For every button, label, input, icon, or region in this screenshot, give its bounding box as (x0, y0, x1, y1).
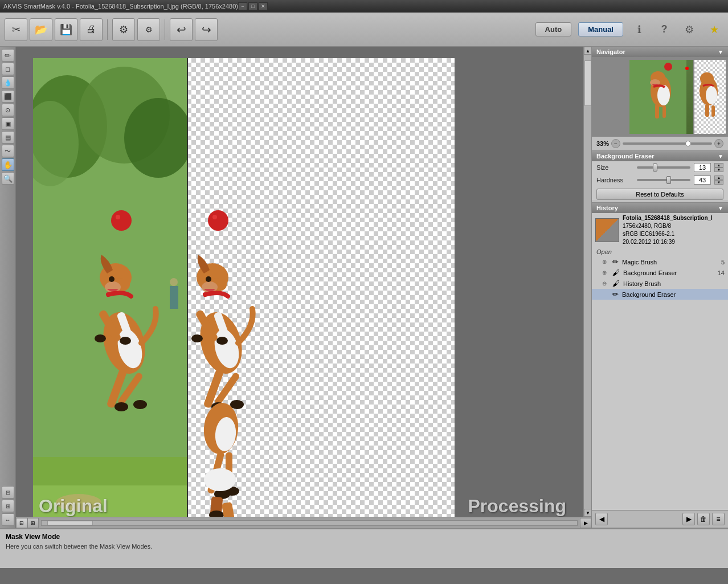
bg-eraser-arrow: ▼ (718, 153, 723, 160)
zoom-in-button[interactable]: + (714, 139, 723, 148)
scroll-up-button[interactable]: ▲ (584, 47, 591, 55)
history-list-button[interactable]: ≡ (712, 513, 725, 525)
navigator-header[interactable]: Navigator ▼ (592, 47, 728, 57)
canvas-scroll-area[interactable]: Original Processing (16, 47, 583, 517)
lasso-icon: ⊙ (5, 107, 10, 114)
canvas-split-divider[interactable] (187, 58, 188, 517)
size-label: Size (596, 164, 633, 171)
manual-mode-button[interactable]: Manual (578, 22, 623, 36)
hand-icon: ✋ (3, 161, 13, 169)
left-toolbar: ✏ ◻ 💧 ⬛ ⊙ ▣ ▤ 〜 ✋ 🔍 ⊟ ⊞ ↔ (0, 47, 16, 528)
gear-button[interactable]: ⚙ (680, 21, 698, 39)
navigator-zoom-bar: 33% − + (592, 137, 728, 150)
history-brush-row[interactable]: ⊖ 🖌 History Brush (592, 278, 728, 289)
svg-rect-60 (662, 105, 666, 118)
close-button[interactable]: ✕ (259, 2, 268, 10)
history-file-item[interactable]: Fotolia_15268418_Subscription_l 1756x248… (592, 213, 728, 247)
svg-point-39 (230, 400, 244, 409)
hardness-thumb[interactable] (666, 176, 671, 184)
smudge-tool[interactable]: 〜 (2, 145, 14, 157)
hand-tool[interactable]: ✋ (2, 158, 14, 171)
save-button[interactable]: 💾 (55, 18, 77, 41)
vertical-scrollbar[interactable]: ▲ ▼ (583, 47, 591, 517)
eraser-icon: ◻ (5, 66, 10, 73)
history-bg-eraser-row-2[interactable]: ✏ Background Eraser (592, 289, 728, 300)
size-spin: ▲ ▼ (714, 163, 723, 172)
svg-point-41 (212, 215, 217, 219)
history-magic-brush-row[interactable]: ⊕ ✏ Magic Brush 5 (592, 256, 728, 267)
size-thumb[interactable] (653, 164, 657, 171)
history-arrow: ▼ (718, 205, 723, 211)
tab-view-1[interactable]: ⊟ (16, 518, 27, 528)
brush-tool[interactable]: ✏ (2, 49, 14, 62)
hardness-up-button[interactable]: ▲ (714, 175, 723, 180)
expand-icon-1[interactable]: ⊕ (602, 259, 609, 266)
history-delete-button[interactable]: 🗑 (697, 513, 710, 525)
hardness-slider[interactable] (637, 179, 690, 181)
paint-tool[interactable]: ⬛ (2, 90, 14, 103)
scroll-down-button[interactable]: ▼ (584, 509, 591, 517)
nav-dot (685, 67, 689, 70)
titlebar: AKVIS SmartMask v.4.0 - Fotolia_15268418… (0, 0, 728, 13)
lasso-tool[interactable]: ⊙ (2, 104, 14, 116)
scroll-track[interactable] (584, 55, 591, 509)
eraser-tool[interactable]: ◻ (2, 63, 14, 75)
undo-button[interactable]: ↩ (170, 18, 193, 41)
help-button[interactable]: ? (655, 21, 673, 39)
split-view-button[interactable]: ⊞ (2, 500, 14, 512)
reset-defaults-button[interactable]: Reset to Defaults (596, 189, 723, 200)
scroll-right-button[interactable]: ▶ (580, 518, 591, 528)
hardness-down-button[interactable]: ▼ (714, 180, 723, 185)
fill-tool[interactable]: ▣ (2, 117, 14, 130)
print-icon: 🖨 (86, 23, 96, 35)
hardness-value[interactable] (694, 175, 711, 185)
settings2-button[interactable]: ⚙ (137, 18, 160, 41)
star-button[interactable]: ★ (705, 21, 723, 39)
original-image-svg (33, 58, 187, 517)
gradient-tool[interactable]: ▤ (2, 131, 14, 144)
tab-view-2[interactable]: ⊞ (27, 518, 39, 528)
zoom-thumb[interactable] (685, 141, 691, 146)
gear-icon: ⚙ (685, 23, 694, 36)
settings1-button[interactable]: ⚙ (112, 18, 135, 41)
tab-view-button[interactable]: ⊟ (2, 486, 14, 499)
zoom-out-button[interactable]: − (611, 139, 620, 148)
hardness-row: Hardness ▲ ▼ (592, 174, 728, 186)
size-value[interactable] (694, 163, 711, 172)
minimize-button[interactable]: − (238, 2, 247, 10)
history-back-button[interactable]: ◀ (595, 513, 608, 525)
help-icon: ? (661, 23, 668, 35)
expand-icon-3[interactable]: ⊖ (602, 280, 609, 287)
status-title: Mask View Mode (6, 533, 722, 541)
history-play-button[interactable]: ▶ (682, 513, 695, 525)
scroll-thumb[interactable] (584, 60, 591, 106)
redo-button[interactable]: ↪ (195, 18, 218, 41)
svg-point-19 (120, 337, 131, 345)
bg-eraser-header[interactable]: Background Eraser ▼ (592, 151, 728, 161)
auto-mode-button[interactable]: Auto (535, 22, 572, 36)
horizontal-scroll-thumb[interactable] (47, 521, 93, 525)
nav-left-gray (594, 60, 628, 134)
processing-half (187, 58, 455, 517)
history-section: History ▼ Fotolia_15268418_Subscription_… (592, 203, 728, 528)
open-icon: 📂 (35, 23, 47, 36)
size-slider[interactable] (637, 166, 690, 169)
info-button[interactable]: ℹ (630, 21, 648, 39)
expand-icon-2[interactable]: ⊕ (602, 269, 609, 276)
arrow-tool[interactable]: ↔ (2, 513, 14, 526)
maximize-button[interactable]: □ (248, 2, 257, 10)
toolbar-separator-2 (165, 19, 165, 40)
svg-point-24 (111, 210, 132, 231)
svg-point-35 (216, 337, 228, 345)
horizontal-scrollbar-track[interactable] (41, 520, 578, 526)
zoom-tool[interactable]: 🔍 (2, 172, 14, 185)
size-up-button[interactable]: ▲ (714, 163, 723, 168)
print-button[interactable]: 🖨 (80, 18, 103, 41)
zoom-slider[interactable] (623, 142, 712, 145)
size-down-button[interactable]: ▼ (714, 168, 723, 172)
open-button[interactable]: 📂 (30, 18, 52, 41)
scissors-button[interactable]: ✂ (5, 18, 27, 41)
history-header[interactable]: History ▼ (592, 203, 728, 213)
history-bg-eraser-row-1[interactable]: ⊕ 🖌 Background Eraser 14 (592, 267, 728, 278)
dropper-tool[interactable]: 💧 (2, 76, 14, 89)
